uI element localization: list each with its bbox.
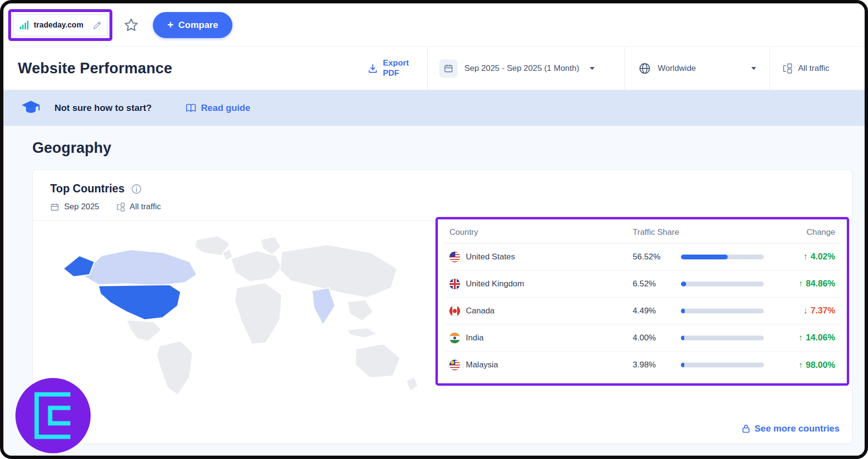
card-header: Top Countries Sep 2025 All traffic xyxy=(33,170,852,220)
calendar-icon xyxy=(50,202,59,212)
traffic-filter[interactable]: All traffic xyxy=(770,47,865,90)
traffic-filter-label: All traffic xyxy=(798,64,829,73)
countries-table-body: United States56.52%↑ 4.02%United Kingdom… xyxy=(445,243,840,378)
traffic-channels-icon xyxy=(116,202,125,212)
brand-logo xyxy=(15,378,91,453)
compare-label: Compare xyxy=(178,20,218,30)
domain-search-box[interactable]: tradeday.com xyxy=(13,14,108,36)
traffic-share-value: 4.49% xyxy=(633,306,681,316)
change-value: ↓ 7.37% xyxy=(773,306,835,316)
header-controls: Export PDF Sep 2025 - Sep 2025 (1 Month)… xyxy=(355,47,865,90)
top-countries-card: Top Countries Sep 2025 All traffic xyxy=(32,169,853,444)
edit-icon[interactable] xyxy=(93,21,101,29)
traffic-share-value: 56.52% xyxy=(633,252,681,262)
traffic-share-value: 4.00% xyxy=(633,333,681,343)
change-value: ↑ 98.00% xyxy=(773,360,835,370)
traffic-share-bar xyxy=(681,309,773,313)
domain-search-highlight: tradeday.com xyxy=(8,9,112,41)
map-alaska xyxy=(63,256,94,277)
region-label: Worldwide xyxy=(658,64,696,73)
flag-icon-uk xyxy=(449,279,460,289)
see-more-countries-label: See more countries xyxy=(755,423,840,434)
arrow-up-icon: ↑ xyxy=(799,333,803,343)
date-range-selector[interactable]: Sep 2025 - Sep 2025 (1 Month) xyxy=(428,47,624,90)
change-value: ↑ 84.86% xyxy=(773,279,835,289)
country-name: Malaysia xyxy=(466,360,498,370)
see-more-countries-link[interactable]: See more countries xyxy=(742,423,840,434)
page-title: Website Performance xyxy=(18,60,172,77)
export-pdf-button[interactable]: Export PDF xyxy=(355,47,427,90)
table-row[interactable]: United Kingdom6.52%↑ 84.86% xyxy=(445,270,840,297)
flag-icon-ca xyxy=(449,306,460,316)
column-header-country: Country xyxy=(449,228,633,237)
main-content: Geography Top Countries Sep 2025 xyxy=(3,126,865,456)
globe-icon xyxy=(638,62,651,75)
map-united-states xyxy=(98,285,180,320)
traffic-share-bar xyxy=(681,282,773,286)
traffic-share-value: 6.52% xyxy=(633,279,681,289)
table-row[interactable]: Malaysia3.98%↑ 98.00% xyxy=(445,351,840,378)
arrow-down-icon: ↓ xyxy=(803,306,808,316)
page-header: Website Performance Export PDF Sep 2025 … xyxy=(3,47,865,90)
arrow-up-icon: ↑ xyxy=(799,360,803,370)
traffic-channels-icon xyxy=(782,63,792,74)
read-guide-label: Read guide xyxy=(201,103,250,113)
arrow-up-icon: ↑ xyxy=(799,279,803,289)
countries-table-header: Country Traffic Share Change xyxy=(445,221,840,243)
traffic-share-bar xyxy=(681,336,773,340)
country-name: India xyxy=(466,333,484,343)
flag-icon-my xyxy=(449,360,460,370)
lock-icon xyxy=(742,424,750,433)
chevron-down-icon xyxy=(751,67,756,70)
book-icon xyxy=(186,103,196,113)
world-map xyxy=(46,227,427,405)
traffic-share-bar xyxy=(681,363,773,367)
graduation-cap-icon xyxy=(21,100,41,116)
map-canada xyxy=(81,250,197,286)
table-row[interactable]: Canada4.49%↓ 7.37% xyxy=(445,297,840,324)
plus-icon: + xyxy=(167,20,174,30)
card-period: Sep 2025 xyxy=(64,202,99,212)
map-india xyxy=(312,288,335,325)
country-name: United States xyxy=(466,252,515,262)
card-title: Top Countries xyxy=(50,182,124,195)
column-header-traffic-share: Traffic Share xyxy=(633,228,773,237)
table-row[interactable]: India4.00%↑ 14.06% xyxy=(445,324,840,351)
countries-table-highlight: Country Traffic Share Change United Stat… xyxy=(435,217,849,386)
country-name: United Kingdom xyxy=(466,279,524,289)
traffic-share-bar xyxy=(681,255,773,259)
calendar-icon xyxy=(439,59,458,78)
geography-heading: Geography xyxy=(32,139,865,157)
compare-button[interactable]: + Compare xyxy=(153,12,232,38)
country-name: Canada xyxy=(466,306,495,316)
chevron-down-icon xyxy=(590,67,595,70)
info-icon[interactable] xyxy=(131,184,142,194)
card-body: Country Traffic Share Change United Stat… xyxy=(33,221,852,414)
card-traffic-filter: All traffic xyxy=(130,202,161,212)
bar-chart-icon xyxy=(19,20,29,30)
arrow-up-icon: ↑ xyxy=(803,252,808,262)
countries-table: Country Traffic Share Change United Stat… xyxy=(438,219,847,383)
download-icon xyxy=(367,63,378,74)
screenshot-frame: tradeday.com + Compare Website Performan… xyxy=(0,0,868,459)
card-footer: See more countries xyxy=(33,414,852,444)
region-selector[interactable]: Worldwide xyxy=(625,47,770,90)
traffic-share-value: 3.98% xyxy=(633,360,681,370)
onboarding-banner: Not sure how to start? Read guide xyxy=(3,90,865,126)
banner-message: Not sure how to start? xyxy=(54,103,152,113)
top-bar: tradeday.com + Compare xyxy=(3,3,865,47)
date-range-label: Sep 2025 - Sep 2025 (1 Month) xyxy=(464,64,579,73)
flag-icon-us xyxy=(449,252,460,262)
export-pdf-label: Export PDF xyxy=(383,58,415,78)
flag-icon-in xyxy=(449,333,460,343)
domain-name: tradeday.com xyxy=(34,21,83,29)
change-value: ↑ 4.02% xyxy=(773,252,835,262)
change-value: ↑ 14.06% xyxy=(773,333,835,343)
column-header-change: Change xyxy=(773,228,835,237)
favorite-star-icon[interactable] xyxy=(123,17,139,33)
read-guide-link[interactable]: Read guide xyxy=(186,103,250,113)
table-row[interactable]: United States56.52%↑ 4.02% xyxy=(445,243,840,270)
